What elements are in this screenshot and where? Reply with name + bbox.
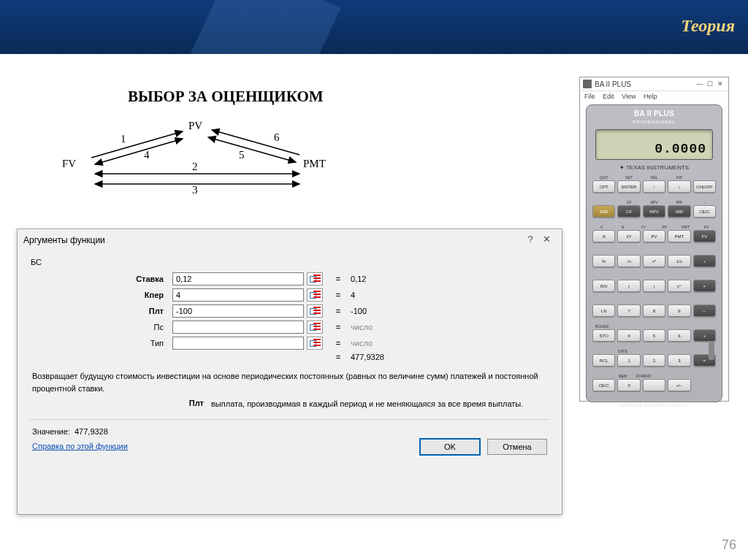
calc-key[interactable]: CE/C [592,379,615,391]
edge-4: 4 [144,149,150,161]
calc-key[interactable]: IRR [668,205,690,218]
calc-key[interactable]: CF [617,205,640,218]
close-button[interactable]: ✕ [715,80,725,88]
arg-input-tip[interactable] [172,337,304,350]
close-button[interactable]: ✕ [538,234,554,247]
key-label: INS [668,175,690,180]
slide-header: Теория [0,0,748,54]
calc-key[interactable]: 4 [617,329,640,342]
calc-side-notch [709,342,714,360]
key-label [655,374,674,378]
calc-key[interactable]: + [693,329,716,342]
calc-key[interactable]: CE/C [693,205,716,218]
calculator-window: BA II PLUS — ☐ ✕ File Edit View Help BA … [579,77,729,402]
cancel-button[interactable]: Отмена [487,439,547,455]
range-picker-icon[interactable] [307,321,323,334]
key-label [676,299,695,304]
calc-key[interactable]: INV [592,280,615,292]
key-label: MEM [614,374,633,378]
key-label: FV [697,225,716,229]
calc-key[interactable]: NPV [643,205,665,218]
calc-key[interactable]: ) [643,280,665,292]
range-picker-icon[interactable] [307,272,323,285]
arg-input-plt[interactable] [172,304,304,318]
minimize-button[interactable]: — [695,80,705,88]
calc-key[interactable]: 7 [617,304,640,317]
ok-button[interactable]: OK [420,439,480,455]
calc-key[interactable]: FV [693,230,716,242]
calc-key[interactable]: +/− [668,379,690,391]
menu-view[interactable]: View [622,93,636,100]
range-picker-icon[interactable] [307,304,323,318]
calc-key[interactable]: ↑ [643,180,665,193]
key-label: K [592,225,611,229]
range-picker-icon[interactable] [307,337,323,350]
calc-key[interactable]: CPT [592,180,615,193]
key-label: PMT [676,225,695,229]
calculator-body: BA II PLUSPROFESSIONAL 0.0000 TEXAS INST… [586,104,722,402]
calc-key[interactable]: PV [643,230,665,242]
calculator-menubar[interactable]: File Edit View Help [580,91,728,101]
arg-input-stavka[interactable] [172,272,304,285]
key-label [655,250,674,254]
calc-key[interactable]: ↓ [668,180,690,193]
key-label [676,349,695,353]
calc-footer-label: ADVANCED BUSINESS ANALYST [587,403,722,407]
calc-key[interactable]: − [693,304,716,317]
arg-label: Плт [29,303,169,319]
calc-key[interactable]: % [592,255,615,267]
help-button[interactable]: ? [522,234,538,247]
key-label [697,299,716,304]
arg-label: Кпер [29,287,169,303]
key-label [697,324,716,329]
calc-key[interactable]: 9 [668,304,690,317]
help-link[interactable]: Справка по этой функции [32,442,128,450]
arg-input-ps[interactable] [172,321,304,334]
key-label [592,349,611,353]
calc-key[interactable]: PMT [668,230,690,242]
calc-key[interactable]: × [693,280,716,292]
calc-key[interactable]: ÷ [693,255,716,267]
calc-key[interactable]: 6 [668,329,690,342]
menu-edit[interactable]: Edit [603,93,614,100]
calc-key[interactable]: ( [617,280,640,292]
calc-key[interactable]: 2 [643,354,665,367]
maximize-button[interactable]: ☐ [705,80,715,88]
calc-key[interactable]: 2ND [592,205,615,218]
range-picker-icon[interactable] [307,288,323,302]
calc-key[interactable]: I/Y [617,230,640,242]
arguments-table: Ставка = 0,12 Кпер = 4 Плт = -100 [29,271,550,363]
calc-key[interactable]: 5 [643,329,665,342]
calc-key[interactable]: STO [592,329,615,342]
calc-key[interactable]: ON|OFF [693,180,716,193]
calc-key[interactable]: 3 [668,354,690,367]
calc-key[interactable]: 0 [617,379,640,391]
calc-key[interactable]: . [643,379,665,391]
calc-key[interactable]: RCL [592,354,615,367]
calc-key[interactable]: 1 [617,354,640,367]
calc-key[interactable]: LN [592,304,615,317]
param-desc: выплата, производимая в каждый период и … [211,399,547,410]
svg-line-0 [91,131,183,158]
arg-label: Тип [29,335,169,351]
calc-key[interactable]: ENTER [617,180,640,193]
key-label: ROUND [592,324,611,329]
calc-key[interactable]: 8 [643,304,665,317]
dialog-title: Аргументы функции [23,235,522,245]
menu-file[interactable]: File [584,93,595,100]
menu-help[interactable]: Help [644,93,657,100]
calc-key[interactable]: N [592,230,615,242]
key-label [592,200,615,204]
calc-key[interactable]: √x [617,255,640,267]
calc-key[interactable]: x² [643,255,665,267]
key-label [634,299,653,304]
arg-label: Ставка [29,271,169,287]
calc-key[interactable]: 1/x [668,255,690,267]
calc-brand: BA II PLUSPROFESSIONAL [587,105,722,125]
calc-key[interactable]: yˣ [668,280,690,292]
key-label: IRR [668,200,690,204]
arg-input-kper[interactable] [172,288,304,302]
arg-result: число [348,319,550,335]
edge-5: 5 [239,149,245,161]
key-label [655,349,674,353]
